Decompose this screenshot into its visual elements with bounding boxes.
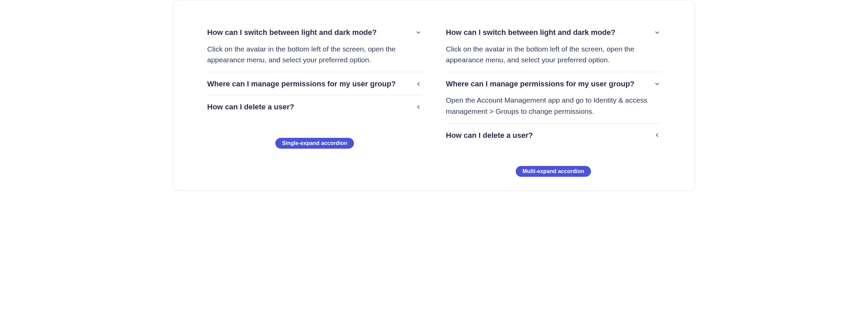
accordion-question: How can I delete a user? <box>446 130 533 141</box>
chevron-left-icon <box>415 80 422 88</box>
chevron-left-icon <box>653 131 661 139</box>
demo-panel: How can I switch between light and dark … <box>173 0 695 191</box>
accordion-header[interactable]: Where can I manage permissions for my us… <box>446 79 661 89</box>
variant-badge: Single-expand accordion <box>275 138 354 149</box>
variant-badge: Multi-expand accordion <box>516 166 591 177</box>
accordion-question: How can I switch between light and dark … <box>207 27 377 38</box>
accordion-header[interactable]: Where can I manage permissions for my us… <box>207 79 422 89</box>
badge-row: Single-expand accordion <box>207 138 422 149</box>
accordion-item: Where can I manage permissions for my us… <box>446 72 661 124</box>
accordion-question: How can I delete a user? <box>207 102 294 112</box>
single-expand-accordion: How can I switch between light and dark … <box>207 21 422 118</box>
accordion-header[interactable]: How can I delete a user? <box>446 130 661 141</box>
accordion-question: How can I switch between light and dark … <box>446 27 615 38</box>
accordion-question: Where can I manage permissions for my us… <box>446 79 634 89</box>
multi-expand-accordion: How can I switch between light and dark … <box>446 21 661 146</box>
accordion-header[interactable]: How can I switch between light and dark … <box>446 27 661 38</box>
accordion-item: How can I delete a user? <box>207 95 422 118</box>
chevron-down-icon <box>653 80 661 88</box>
accordion-item: How can I delete a user? <box>446 124 661 147</box>
accordion-answer: Click on the avatar in the bottom left o… <box>207 44 422 66</box>
accordion-answer: Click on the avatar in the bottom left o… <box>446 44 661 66</box>
accordion-item: Where can I manage permissions for my us… <box>207 72 422 96</box>
accordion-item: How can I switch between light and dark … <box>207 21 422 72</box>
badge-row: Multi-expand accordion <box>446 166 661 177</box>
accordion-item: How can I switch between light and dark … <box>446 21 661 72</box>
accordion-header[interactable]: How can I delete a user? <box>207 102 422 112</box>
chevron-down-icon <box>653 29 661 36</box>
accordion-question: Where can I manage permissions for my us… <box>207 79 396 89</box>
accordion-answer: Open the Account Management app and go t… <box>446 95 661 117</box>
multi-expand-column: How can I switch between light and dark … <box>446 21 661 177</box>
chevron-down-icon <box>415 29 422 36</box>
accordion-header[interactable]: How can I switch between light and dark … <box>207 27 422 38</box>
single-expand-column: How can I switch between light and dark … <box>207 21 422 177</box>
chevron-left-icon <box>415 103 422 111</box>
